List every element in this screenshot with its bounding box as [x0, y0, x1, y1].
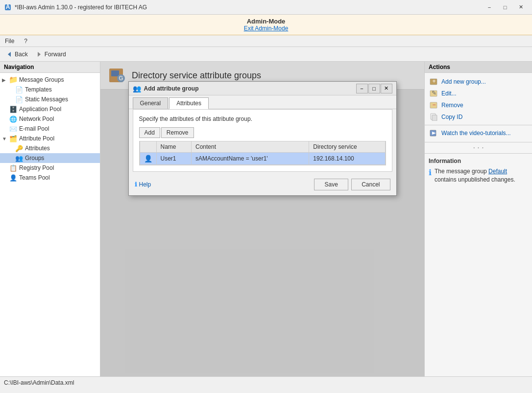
menu-file[interactable]: File — [3, 37, 16, 46]
tab-general[interactable]: General — [133, 97, 169, 109]
sidebar-item-email-pool[interactable]: ✉️ E-mail Pool — [0, 124, 100, 134]
sidebar-item-attributes[interactable]: 🔑 Attributes — [0, 143, 100, 153]
information-text: The message group Default contains unpub… — [435, 167, 528, 184]
add-attribute-group-dialog: 👥 Add attribute group − □ ✕ General Attr… — [128, 81, 397, 196]
info-icon: ℹ — [429, 168, 432, 177]
table-toolbar: Add Remove — [139, 127, 386, 138]
dialog-footer: ℹ Help Save Cancel — [129, 176, 396, 195]
help-link[interactable]: ℹ Help — [135, 181, 151, 188]
menu-help[interactable]: ? — [22, 37, 29, 46]
col-header-icon — [140, 141, 156, 153]
templates-icon: 📄 — [15, 86, 24, 93]
expand-icon: ▶ — [2, 77, 9, 83]
sidebar-item-application-pool[interactable]: 🗄️ Application Pool — [0, 104, 100, 114]
table-row[interactable]: 👤 User1 sAMAccountName = 'user1' 192.168… — [140, 153, 385, 165]
app-title: *IBI-aws Admin 1.30.0 - registered for I… — [15, 4, 147, 11]
application-pool-icon: 🗄️ — [9, 105, 18, 113]
status-path: C:\IBI-aws\Admin\Data.xml — [4, 379, 74, 386]
information-header: Information — [429, 158, 528, 164]
svg-rect-15 — [432, 115, 437, 121]
forward-button[interactable]: Forward — [33, 50, 69, 59]
save-button[interactable]: Save — [314, 179, 348, 190]
dialog-tabs: General Attributes — [129, 95, 396, 109]
col-header-directory-service: Directory service — [309, 141, 385, 153]
sidebar-item-attribute-pool[interactable]: ▼ 🗂️ Attribute Pool — [0, 134, 100, 143]
back-button[interactable]: Back — [3, 50, 31, 59]
dialog-close-button[interactable]: ✕ — [381, 84, 392, 93]
dialog-minimize-button[interactable]: − — [356, 84, 368, 93]
action-watch-tutorials[interactable]: Watch the video-tutorials... — [425, 127, 532, 139]
sidebar-item-registry-pool[interactable]: 📋 Registry Pool — [0, 163, 100, 173]
sidebar-item-static-messages[interactable]: 📄 Static Messages — [0, 94, 100, 104]
add-group-icon: + — [430, 78, 438, 86]
actions-panel: Actions + Add new group... ✎ Edit... − R… — [424, 62, 532, 376]
sidebar-item-templates[interactable]: 📄 Templates — [0, 85, 100, 94]
back-icon — [6, 51, 13, 58]
action-copy-id[interactable]: Copy ID — [425, 111, 532, 123]
app-icon: A — [4, 3, 12, 11]
svg-marker-3 — [38, 52, 41, 57]
close-button[interactable]: ✕ — [513, 2, 528, 12]
title-bar: A *IBI-aws Admin 1.30.0 - registered for… — [0, 0, 532, 15]
modal-overlay: 👥 Add attribute group − □ ✕ General Attr… — [100, 62, 424, 376]
attribute-table: Name Content Directory service 👤 — [140, 141, 386, 165]
dialog-title: Add attribute group — [144, 85, 199, 92]
sidebar-item-network-pool[interactable]: 🌐 Network Pool — [0, 114, 100, 124]
col-header-name: Name — [156, 141, 192, 153]
toolbar: Back Forward — [0, 47, 532, 62]
svg-text:A: A — [6, 3, 10, 10]
email-pool-icon: ✉️ — [9, 125, 18, 133]
svg-marker-2 — [8, 52, 11, 57]
svg-text:−: − — [432, 101, 435, 108]
information-content: ℹ The message group Default contains unp… — [429, 167, 528, 184]
sidebar-item-teams-pool[interactable]: 👤 Teams Pool — [0, 173, 100, 183]
attributes-icon: 🔑 — [15, 144, 24, 152]
dialog-content: Specify the attributes of this attribute… — [133, 109, 392, 172]
tab-attributes[interactable]: Attributes — [169, 97, 209, 109]
attribute-table-scroll: Name Content Directory service 👤 — [139, 141, 386, 165]
message-groups-icon: 📁 — [9, 76, 18, 84]
remove-attribute-button[interactable]: Remove — [161, 127, 194, 138]
sidebar-item-groups[interactable]: 👥 Groups — [0, 153, 100, 163]
teams-pool-icon: 👤 — [9, 174, 18, 182]
footer-buttons: Save Cancel — [314, 179, 390, 190]
add-attribute-button[interactable]: Add — [139, 127, 160, 138]
copy-id-icon — [430, 113, 438, 121]
action-edit[interactable]: ✎ Edit... — [425, 88, 532, 99]
sidebar-item-message-groups[interactable]: ▶ 📁 Message Groups — [0, 75, 100, 85]
dialog-title-bar: 👥 Add attribute group − □ ✕ — [129, 82, 396, 95]
action-remove[interactable]: − Remove — [425, 99, 532, 111]
navigation-header: Navigation — [0, 62, 100, 73]
svg-text:+: + — [432, 78, 435, 85]
dots-indicator: · · · — [425, 142, 532, 153]
svg-text:✎: ✎ — [432, 90, 436, 96]
minimize-button[interactable]: − — [482, 2, 497, 12]
content-area: G Directory service attribute groups 👥 A… — [100, 62, 424, 376]
attribute-pool-expand: ▼ — [2, 136, 9, 141]
menu-bar: File ? — [0, 35, 532, 47]
actions-list: + Add new group... ✎ Edit... − Remove — [425, 73, 532, 142]
admin-mode-title: Admin-Mode — [3, 18, 529, 25]
row-directory-service-cell: 192.168.14.100 — [309, 153, 385, 165]
groups-icon: 👥 — [15, 154, 24, 162]
cancel-button[interactable]: Cancel — [351, 179, 390, 190]
actions-header: Actions — [425, 62, 532, 73]
row-icon-cell: 👤 — [140, 153, 156, 165]
information-panel: Information ℹ The message group Default … — [425, 153, 532, 188]
col-header-content: Content — [192, 141, 309, 153]
exit-admin-mode-link[interactable]: Exit Admin-Mode — [3, 25, 529, 32]
maximize-button[interactable]: □ — [498, 2, 512, 12]
dialog-icon: 👥 — [133, 85, 141, 92]
status-bar: C:\IBI-aws\Admin\Data.xml — [0, 376, 532, 388]
static-messages-icon: 📄 — [15, 95, 24, 103]
actions-separator — [425, 125, 532, 125]
dialog-description: Specify the attributes of this attribute… — [139, 116, 386, 122]
remove-icon: − — [430, 101, 438, 109]
dialog-maximize-button[interactable]: □ — [368, 84, 380, 93]
row-content-cell: sAMAccountName = 'user1' — [192, 153, 309, 165]
default-group-link[interactable]: Default — [488, 168, 507, 175]
video-icon — [430, 129, 438, 137]
action-add-new-group[interactable]: + Add new group... — [425, 76, 532, 88]
network-pool-icon: 🌐 — [9, 115, 18, 123]
row-name-cell: User1 — [156, 153, 192, 165]
